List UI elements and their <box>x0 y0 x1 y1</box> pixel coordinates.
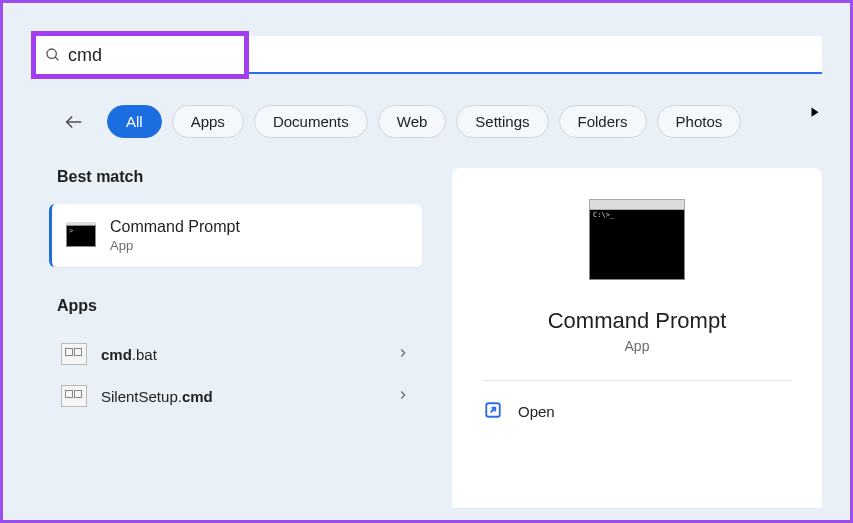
app-result-label: cmd.bat <box>101 346 382 363</box>
filter-tab-photos[interactable]: Photos <box>657 105 742 138</box>
svg-point-0 <box>47 49 56 58</box>
chevron-right-icon <box>396 388 410 405</box>
filter-tab-settings[interactable]: Settings <box>456 105 548 138</box>
result-subtitle: App <box>110 238 240 253</box>
chevron-right-icon <box>396 346 410 363</box>
search-bar-extension <box>249 36 822 74</box>
filter-tab-folders[interactable]: Folders <box>559 105 647 138</box>
open-label: Open <box>518 403 555 420</box>
scroll-right-icon[interactable] <box>800 101 830 127</box>
cmd-icon-large <box>589 208 685 280</box>
apps-header: Apps <box>49 297 422 315</box>
batch-file-icon <box>61 385 87 407</box>
cmd-icon <box>66 225 96 247</box>
best-match-result[interactable]: Command Prompt App <box>49 204 422 267</box>
filter-tabs: AllAppsDocumentsWebSettingsFoldersPhotos <box>3 79 850 138</box>
filter-tab-all[interactable]: All <box>107 105 162 138</box>
batch-file-icon <box>61 343 87 365</box>
svg-marker-3 <box>812 107 819 116</box>
search-box-highlighted[interactable] <box>31 31 249 79</box>
svg-line-1 <box>55 57 58 60</box>
search-input[interactable] <box>68 45 236 66</box>
open-action[interactable]: Open <box>482 397 792 426</box>
detail-subtitle: App <box>482 338 792 354</box>
divider <box>482 380 792 381</box>
open-external-icon <box>484 401 502 422</box>
app-result-label: SilentSetup.cmd <box>101 388 382 405</box>
detail-panel: Command Prompt App Open <box>452 168 822 508</box>
detail-title: Command Prompt <box>482 308 792 334</box>
filter-tab-documents[interactable]: Documents <box>254 105 368 138</box>
best-match-header: Best match <box>49 168 422 186</box>
search-icon <box>44 46 62 64</box>
app-result[interactable]: SilentSetup.cmd <box>49 375 422 417</box>
app-result[interactable]: cmd.bat <box>49 333 422 375</box>
result-title: Command Prompt <box>110 218 240 236</box>
back-arrow[interactable] <box>59 107 89 137</box>
filter-tab-web[interactable]: Web <box>378 105 447 138</box>
filter-tab-apps[interactable]: Apps <box>172 105 244 138</box>
